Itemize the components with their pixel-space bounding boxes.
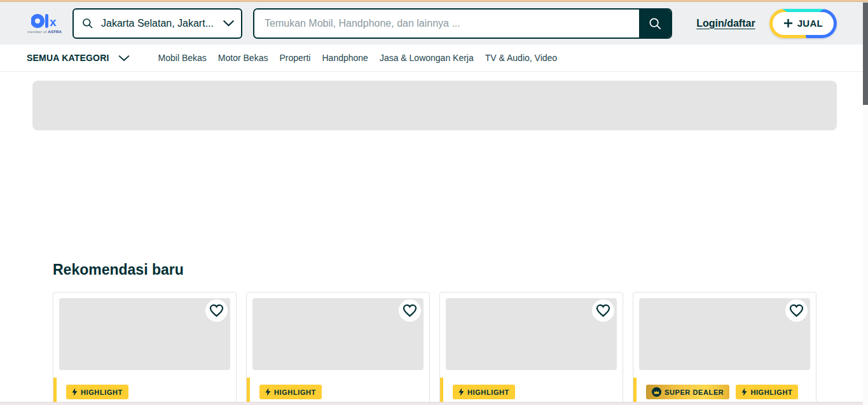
badge-row: SUPER DEALER HIGHLIGHT	[646, 385, 816, 399]
badge-row: HIGHLIGHT	[259, 385, 429, 399]
heart-icon	[789, 304, 804, 317]
search-bar	[253, 8, 672, 39]
header: x member of ASTRA Jakarta Selatan, Jakar…	[0, 2, 868, 45]
heart-icon	[596, 304, 610, 317]
bottom-divider	[0, 402, 868, 405]
highlight-badge: HIGHLIGHT	[259, 385, 322, 399]
lightning-icon	[741, 388, 747, 396]
all-categories-menu[interactable]: SEMUA KATEGORI	[27, 53, 130, 63]
highlight-badge: HIGHLIGHT	[66, 385, 128, 399]
section-title: Rekomendasi baru	[53, 261, 868, 278]
lightning-icon	[265, 388, 271, 396]
search-icon	[648, 17, 662, 31]
search-button[interactable]	[639, 10, 671, 38]
favorite-button[interactable]	[785, 299, 808, 322]
listing-image-placeholder	[639, 298, 810, 370]
favorite-button[interactable]	[205, 299, 228, 322]
nav-item-tv-audio-video[interactable]: TV & Audio, Video	[479, 53, 563, 63]
heart-icon	[403, 304, 417, 317]
listing-card[interactable]: SUPER DEALER HIGHLIGHT	[633, 292, 816, 405]
location-selector[interactable]: Jakarta Selatan, Jakart...	[72, 8, 242, 39]
lightning-icon	[72, 388, 78, 396]
badge-row: HIGHLIGHT	[66, 385, 236, 399]
nav-item-jasa-lowongan-kerja[interactable]: Jasa & Lowongan Kerja	[374, 53, 479, 63]
olx-logo[interactable]: x member of ASTRA	[31, 13, 59, 34]
badge-row: HIGHLIGHT	[453, 385, 623, 399]
super-dealer-badge: SUPER DEALER	[646, 385, 729, 399]
highlight-stripe	[53, 378, 57, 405]
chevron-down-icon	[223, 20, 235, 27]
page-scrollbar[interactable]	[863, 3, 868, 405]
location-value: Jakarta Selatan, Jakart...	[101, 18, 217, 29]
login-link[interactable]: Login/daftar	[696, 18, 755, 29]
listing-image-placeholder	[252, 298, 424, 370]
lightning-icon	[458, 388, 464, 396]
scrollbar-thumb[interactable]	[863, 3, 868, 105]
chevron-down-icon	[118, 55, 130, 62]
favorite-button[interactable]	[399, 299, 421, 322]
search-input[interactable]	[254, 10, 639, 38]
svg-text:x: x	[50, 15, 57, 29]
listing-card[interactable]: HIGHLIGHT	[246, 292, 430, 405]
olx-logo-icon: x	[31, 13, 58, 29]
main-content: Rekomendasi baru HIGHLIGHT	[0, 81, 868, 405]
search-icon	[81, 17, 93, 29]
highlight-stripe	[440, 378, 443, 405]
category-nav: SEMUA KATEGORI Mobil Bekas Motor Bekas P…	[0, 45, 868, 72]
favorite-button[interactable]	[592, 299, 614, 322]
listing-image-placeholder	[59, 298, 230, 370]
highlight-stripe	[247, 378, 250, 405]
nav-item-handphone[interactable]: Handphone	[316, 53, 373, 63]
listing-card[interactable]: HIGHLIGHT	[53, 292, 237, 405]
heart-icon	[209, 304, 224, 317]
crown-icon	[652, 387, 661, 397]
category-links: Mobil Bekas Motor Bekas Properti Handpho…	[153, 53, 563, 63]
nav-item-mobil-bekas[interactable]: Mobil Bekas	[153, 53, 212, 63]
highlight-badge: HIGHLIGHT	[736, 385, 798, 399]
logo-tagline: member of ASTRA	[27, 30, 62, 34]
highlight-stripe	[633, 378, 637, 405]
nav-item-motor-bekas[interactable]: Motor Bekas	[212, 53, 274, 63]
listing-card[interactable]: HIGHLIGHT	[439, 292, 623, 405]
listing-image-placeholder	[446, 298, 617, 370]
sell-button-label: JUAL	[797, 18, 823, 29]
recommendation-cards: HIGHLIGHT HIGHLIGHT	[53, 292, 868, 405]
all-categories-label: SEMUA KATEGORI	[27, 53, 109, 63]
plus-icon	[783, 18, 793, 28]
banner-placeholder[interactable]	[32, 81, 837, 130]
highlight-badge: HIGHLIGHT	[453, 385, 515, 399]
nav-item-properti[interactable]: Properti	[273, 53, 316, 63]
sell-button[interactable]: JUAL	[769, 9, 837, 38]
